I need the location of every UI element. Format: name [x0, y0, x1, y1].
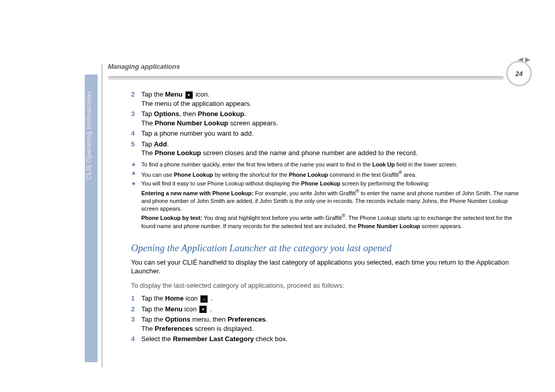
- text: area.: [402, 172, 416, 178]
- text: You drag and highlight text before you w…: [202, 215, 342, 221]
- text: , then: [179, 110, 198, 118]
- text: field in the lower screen.: [395, 161, 457, 167]
- tip-3: ★ You will find it easy to use Phone Loo…: [131, 180, 522, 230]
- step-num: 4: [131, 129, 141, 138]
- text: Tap: [141, 110, 154, 118]
- section-header: Managing applications: [108, 63, 180, 70]
- text: The: [141, 325, 155, 332]
- text: by writing the shortcut for the: [213, 172, 289, 178]
- sidebar-label: CLIE Operating Instructions: [85, 91, 92, 180]
- text: screen closes and the name and phone num…: [201, 149, 417, 157]
- step-num: 3: [131, 109, 141, 127]
- text-bold: Options: [165, 315, 190, 323]
- text-bold: Phone Number Lookup: [358, 223, 420, 229]
- text: .: [244, 110, 246, 118]
- text: screen appears.: [228, 119, 278, 127]
- home-icon: ⌂: [200, 295, 208, 303]
- text: screen appears.: [420, 223, 462, 229]
- text: The menu of the application appears.: [141, 100, 252, 107]
- text: .: [266, 315, 268, 323]
- text: check box.: [254, 335, 288, 343]
- vertical-divider: [102, 64, 102, 367]
- step-b2: 2 Tap the Menu icon ▾ .: [131, 305, 522, 314]
- text: Tap the: [141, 305, 165, 313]
- text: screen is displayed.: [193, 325, 253, 332]
- text-bold: Phone Lookup: [155, 149, 201, 157]
- paragraph-sub: To display the last-selected category of…: [131, 281, 522, 290]
- text: Tap the: [141, 294, 165, 302]
- text-bold: Add: [154, 140, 167, 148]
- step-num: 4: [131, 334, 141, 344]
- text: Tap: [141, 140, 154, 148]
- step-b1: 1 Tap the Home icon ⌂ .: [131, 294, 522, 303]
- registered-icon: ®: [356, 189, 359, 194]
- step-5: 5 Tap Add. The Phone Lookup screen close…: [131, 140, 522, 158]
- star-icon: ★: [131, 180, 141, 230]
- text: For example, you write John with Graffit…: [253, 190, 356, 196]
- menu-icon: ▾: [199, 306, 207, 313]
- text: Select the: [141, 335, 173, 343]
- star-icon: ★: [131, 161, 141, 169]
- text-bold: Phone Lookup: [198, 110, 244, 118]
- page-number: 24: [515, 70, 523, 78]
- text: icon: [183, 294, 199, 302]
- text: icon: [182, 305, 198, 313]
- step-num: 2: [131, 90, 141, 108]
- text: menu, then: [190, 315, 227, 323]
- step-2: 2 Tap the Menu ▾ icon. The menu of the a…: [131, 90, 522, 108]
- step-num: 3: [131, 315, 141, 333]
- tip-1: ★ To find a phone number quickly, enter …: [131, 161, 522, 169]
- section-title: Opening the Application Launcher at the …: [131, 241, 522, 255]
- star-icon: ★: [131, 170, 141, 179]
- text-bold: Menu: [165, 305, 182, 313]
- step-num: 5: [131, 140, 141, 158]
- text: You will find it easy to use Phone Looku…: [141, 180, 301, 186]
- text: icon.: [195, 90, 209, 98]
- text-bold: Phone Lookup: [301, 180, 340, 186]
- page-content: 2 Tap the Menu ▾ icon. The menu of the a…: [131, 90, 522, 345]
- text-bold: Phone Lookup: [174, 172, 213, 178]
- text: Tap the: [141, 315, 165, 323]
- header-divider: [108, 76, 504, 80]
- text: .: [167, 140, 169, 148]
- text-bold: Preferences: [155, 325, 193, 332]
- text-bold: Preferences: [228, 315, 266, 323]
- text-bold: Remember Last Category: [173, 335, 254, 343]
- text: To find a phone number quickly, enter th…: [141, 161, 372, 167]
- text: Tap the: [141, 90, 165, 98]
- text-bold: Look Up: [372, 161, 395, 167]
- step-num: 2: [131, 305, 141, 314]
- text: You can use: [141, 172, 174, 178]
- text: command in the text Graffiti: [328, 172, 398, 178]
- step-3: 3 Tap Options, then Phone Lookup. The Ph…: [131, 109, 522, 127]
- page-number-badge: 24: [506, 61, 532, 86]
- text-bold: Options: [154, 110, 179, 118]
- tips-block: ★ To find a phone number quickly, enter …: [131, 161, 522, 230]
- paragraph: You can set your CLIÉ handheld to displa…: [131, 258, 522, 276]
- text: The: [141, 119, 155, 127]
- text: screen by performing the following:: [340, 180, 430, 186]
- tip-2: ★ You can use Phone Lookup by writing th…: [131, 170, 522, 179]
- text-bold: Entering a new name with Phone Lookup:: [141, 190, 253, 196]
- text-bold: Phone Number Lookup: [155, 119, 228, 127]
- text-bold: Home: [165, 294, 183, 302]
- step-b4: 4 Select the Remember Last Category chec…: [131, 334, 522, 344]
- text-bold: Phone Lookup: [289, 172, 328, 178]
- text: Tap a phone number you want to add.: [141, 129, 522, 138]
- text: The: [141, 149, 155, 157]
- menu-icon: ▾: [186, 91, 193, 99]
- text-bold: Phone Lookup by text:: [141, 215, 202, 221]
- nav-next-icon[interactable]: ▶: [525, 55, 530, 63]
- step-4: 4 Tap a phone number you want to add.: [131, 129, 522, 138]
- step-num: 1: [131, 294, 141, 303]
- step-b3: 3 Tap the Options menu, then Preferences…: [131, 315, 522, 333]
- text-bold: Menu: [165, 90, 182, 98]
